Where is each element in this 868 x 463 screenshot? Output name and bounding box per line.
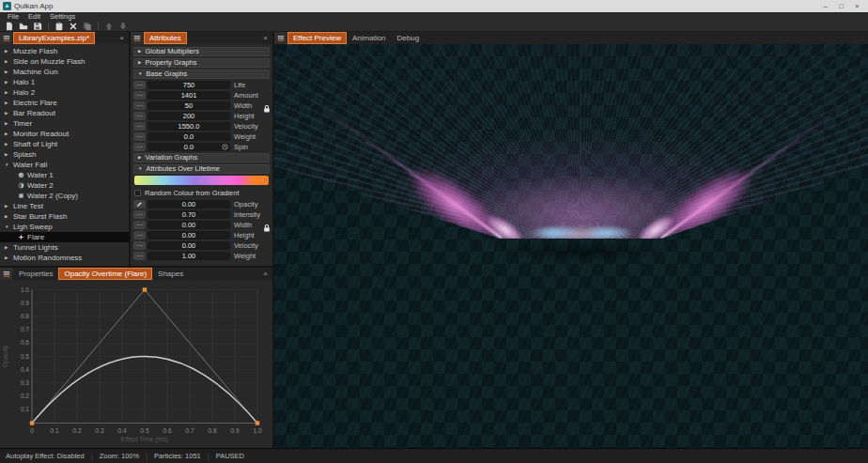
value-field[interactable]: 750 <box>147 81 230 89</box>
graph-dots-button[interactable]: ··· <box>133 112 146 120</box>
tree-item[interactable]: ▶Side on Muzzle Flash <box>0 56 129 67</box>
chevron-down-icon: ▼ <box>5 224 10 229</box>
value-field[interactable]: 1401 <box>147 91 230 100</box>
tree-item[interactable]: ▶Muzzle Flash <box>0 46 129 56</box>
menu-settings[interactable]: Settings <box>45 13 80 21</box>
graph-dots-button[interactable]: ··· <box>133 252 146 260</box>
close-tab-icon[interactable]: × <box>258 270 272 278</box>
value-field[interactable]: 50 <box>147 101 230 110</box>
value-field[interactable]: 0.0 <box>147 143 230 151</box>
tree-item-label: Electric Flare <box>13 99 57 107</box>
graph-dots-button[interactable]: ··· <box>133 210 146 219</box>
value-field[interactable]: 0.00 <box>147 200 230 208</box>
colour-gradient-bar[interactable] <box>134 176 269 185</box>
copy-button[interactable] <box>81 21 94 31</box>
paste-button[interactable] <box>53 21 66 31</box>
graph-dots-button[interactable]: ··· <box>133 221 146 229</box>
chevron-right-icon: ▶ <box>5 214 10 219</box>
tree-item[interactable]: Water 2 <box>0 180 129 191</box>
menu-file[interactable]: File <box>3 13 23 21</box>
tree-item[interactable]: ▶Monitor Readout <box>0 129 129 139</box>
chevron-right-icon: ▶ <box>5 49 10 54</box>
graph-dots-button[interactable]: ··· <box>133 143 146 151</box>
tree-item[interactable]: ▼Water Fall <box>0 160 129 170</box>
value-field[interactable]: 0.00 <box>147 231 230 239</box>
panel-menu-icon[interactable] <box>0 32 12 44</box>
open-folder-button[interactable] <box>17 21 30 31</box>
tab-debug[interactable]: Debug <box>392 32 426 44</box>
graph-dots-button[interactable]: ··· <box>133 231 146 239</box>
tab-library-examples[interactable]: LibraryExamples.zip* <box>13 32 95 44</box>
tree-item[interactable]: ▶Shaft of Light <box>0 139 129 149</box>
value-field[interactable]: 1550.0 <box>147 122 230 131</box>
tab-properties[interactable]: Properties <box>13 268 58 280</box>
close-icon[interactable]: × <box>849 0 865 12</box>
close-tab-icon[interactable]: × <box>115 35 129 42</box>
graph-dots-button[interactable]: ··· <box>133 101 146 110</box>
minimize-icon[interactable]: – <box>817 0 833 12</box>
tree-item[interactable]: ▶Machine Gun <box>0 67 129 77</box>
x-tick-label: 1.0 <box>253 427 261 434</box>
tree-item[interactable]: ▶Motion Randomness <box>0 253 129 263</box>
panel-menu-icon[interactable] <box>0 268 12 280</box>
tree-item[interactable]: ▶Tunnel Lights <box>0 242 129 253</box>
tree-item[interactable]: Flare <box>0 232 129 242</box>
open-folder-icon <box>19 22 28 31</box>
random-colour-checkbox[interactable] <box>134 190 141 196</box>
effect-preview-viewport[interactable] <box>274 44 868 448</box>
section-base-graphs[interactable]: ▼Base Graphs <box>133 69 270 79</box>
tree-item[interactable]: ▶Halo 2 <box>0 87 129 98</box>
panel-menu-icon[interactable] <box>131 32 143 44</box>
move-down-button[interactable] <box>116 21 130 31</box>
section-variation-graphs[interactable]: ▶Variation Graphs <box>133 153 270 162</box>
graph-dots-button[interactable]: ··· <box>133 81 146 89</box>
graph-dots-button[interactable]: ··· <box>133 241 146 250</box>
panel-menu-icon[interactable] <box>274 32 287 44</box>
value-field[interactable]: 200 <box>147 112 230 120</box>
tree-item[interactable]: ▶Timer <box>0 118 129 129</box>
tree-item[interactable]: ▶Splash <box>0 149 129 160</box>
curve-point[interactable] <box>143 287 147 291</box>
tree-item[interactable]: ▶Halo 1 <box>0 77 129 87</box>
tree-item[interactable]: ▶Bar Readout <box>0 108 129 118</box>
tree-item[interactable]: Water 1 <box>0 170 129 180</box>
chevron-right-icon: ▶ <box>5 90 10 95</box>
tab-effect-preview[interactable]: Effect Preview <box>287 32 347 44</box>
tab-attributes[interactable]: Attributes <box>144 32 187 44</box>
graph-dots-button[interactable]: ··· <box>133 91 146 100</box>
move-up-button[interactable] <box>102 21 116 31</box>
tab-shapes[interactable]: Shapes <box>152 268 189 280</box>
tree-item[interactable]: ▶Star Burst Flash <box>0 211 129 222</box>
curve-point[interactable] <box>256 421 259 424</box>
opacity-graph[interactable]: 1.00.90.80.70.60.50.40.30.20.100.10.20.3… <box>0 280 272 448</box>
close-tab-icon[interactable]: × <box>258 35 272 42</box>
graph-dots-button[interactable]: ··· <box>133 132 146 141</box>
value-field[interactable]: 1.00 <box>147 252 230 260</box>
new-file-button[interactable] <box>3 21 16 31</box>
delete-item-button[interactable] <box>67 21 80 31</box>
save-button[interactable] <box>31 21 44 31</box>
maximize-icon[interactable]: □ <box>833 0 849 12</box>
move-down-icon <box>118 22 128 31</box>
section-property-graphs[interactable]: ▶Property Graphs <box>133 58 270 68</box>
tab-animation[interactable]: Animation <box>347 32 392 44</box>
chevron-right-icon: ▶ <box>5 131 10 136</box>
chevron-right-icon: ▶ <box>5 204 10 208</box>
value-field[interactable]: 0.70 <box>147 210 230 219</box>
attribute-row: ···200Height <box>133 112 270 120</box>
section-attributes-over-lifetime[interactable]: ▼Attributes Over Lifetime <box>133 164 270 174</box>
graph-dots-button[interactable]: ··· <box>133 122 146 131</box>
tree-item[interactable]: ▼Ligh Sweep <box>0 222 129 232</box>
value-field[interactable]: 0.0 <box>147 132 230 141</box>
tree-item[interactable]: ▶Electric Flare <box>0 98 129 108</box>
value-field[interactable]: 0.00 <box>147 241 230 250</box>
tree-item[interactable]: ▶Line Test <box>0 201 129 211</box>
section-global-multipliers[interactable]: ▶Global Multipliers <box>133 47 270 56</box>
pencil-button[interactable] <box>133 200 146 208</box>
tree-item[interactable]: Water 2 (Copy) <box>0 191 129 201</box>
value-field[interactable]: 0.00 <box>147 221 230 229</box>
tab-opacity-overtime-flare-[interactable]: Opacity Overtime (Flare) <box>58 268 152 280</box>
value-text: 50 <box>185 102 193 110</box>
curve-point[interactable] <box>30 421 34 424</box>
menu-edit[interactable]: Edit <box>23 13 45 21</box>
